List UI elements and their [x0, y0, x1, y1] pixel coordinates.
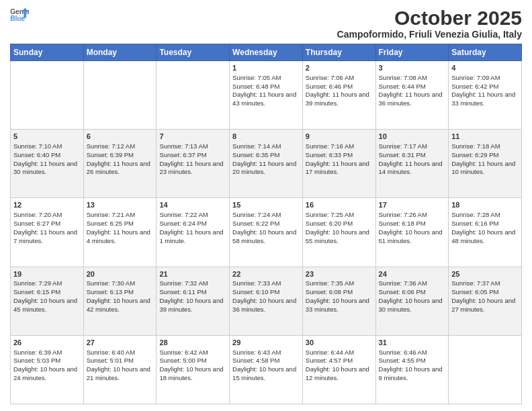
header: General Blue October 2025 Campoformido, … [10, 7, 522, 40]
sunrise-text: Sunrise: 7:06 AM [306, 74, 354, 81]
sunset-text: Sunset: 6:24 PM [159, 220, 206, 227]
day-header-thursday: Thursday [302, 44, 375, 61]
day-header-saturday: Saturday [449, 44, 522, 61]
sunset-text: Sunset: 6:27 PM [13, 220, 60, 227]
daylight-text: Daylight: 10 hours and 51 minutes. [379, 228, 443, 244]
day-number: 19 [13, 269, 81, 279]
day-header-tuesday: Tuesday [157, 44, 230, 61]
sunset-text: Sunset: 6:20 PM [306, 220, 353, 227]
daylight-text: Daylight: 10 hours and 48 minutes. [451, 228, 515, 244]
sunset-text: Sunset: 4:57 PM [306, 357, 353, 364]
calendar-cell: 21Sunrise: 7:32 AMSunset: 6:11 PMDayligh… [157, 267, 230, 335]
calendar-week-row: 1Sunrise: 7:05 AMSunset: 6:48 PMDaylight… [11, 61, 522, 130]
calendar-cell [449, 335, 522, 404]
sunrise-text: Sunrise: 7:13 AM [159, 142, 208, 150]
sunset-text: Sunset: 5:03 PM [13, 357, 60, 364]
sunset-text: Sunset: 6:40 PM [13, 151, 60, 158]
sunrise-text: Sunrise: 7:24 AM [232, 211, 281, 218]
day-number: 26 [13, 338, 81, 348]
daylight-text: Daylight: 11 hours and 33 minutes. [451, 91, 515, 107]
day-number: 28 [159, 338, 226, 348]
sunrise-text: Sunrise: 7:12 AM [87, 142, 135, 150]
calendar-cell: 29Sunrise: 6:43 AMSunset: 4:58 PMDayligh… [230, 335, 303, 404]
calendar-week-row: 12Sunrise: 7:20 AMSunset: 6:27 PMDayligh… [11, 198, 522, 267]
day-number: 22 [232, 269, 300, 279]
day-number: 6 [87, 132, 154, 142]
calendar-cell: 15Sunrise: 7:24 AMSunset: 6:22 PMDayligh… [230, 198, 303, 267]
calendar-cell: 5Sunrise: 7:10 AMSunset: 6:40 PMDaylight… [11, 130, 84, 198]
calendar-cell: 7Sunrise: 7:13 AMSunset: 6:37 PMDaylight… [157, 130, 230, 198]
daylight-text: Daylight: 10 hours and 30 minutes. [379, 297, 443, 313]
location-title: Campoformido, Friuli Venezia Giulia, Ita… [337, 29, 522, 40]
calendar-cell: 1Sunrise: 7:05 AMSunset: 6:48 PMDaylight… [230, 61, 303, 130]
sunrise-text: Sunrise: 7:37 AM [451, 279, 500, 287]
daylight-text: Daylight: 10 hours and 9 minutes. [379, 365, 443, 381]
day-number: 13 [87, 200, 154, 210]
day-number: 4 [451, 63, 519, 73]
sunrise-text: Sunrise: 7:33 AM [232, 279, 281, 287]
daylight-text: Daylight: 11 hours and 10 minutes. [451, 160, 515, 176]
day-number: 16 [306, 200, 373, 210]
sunset-text: Sunset: 6:25 PM [87, 220, 134, 227]
sunset-text: Sunset: 6:44 PM [379, 83, 426, 90]
calendar-table: SundayMondayTuesdayWednesdayThursdayFrid… [10, 44, 522, 404]
sunset-text: Sunset: 6:05 PM [451, 288, 498, 295]
calendar-cell: 8Sunrise: 7:14 AMSunset: 6:35 PMDaylight… [230, 130, 303, 198]
sunrise-text: Sunrise: 7:17 AM [379, 142, 427, 150]
daylight-text: Daylight: 10 hours and 15 minutes. [232, 365, 296, 381]
sunrise-text: Sunrise: 7:28 AM [451, 211, 500, 218]
daylight-text: Daylight: 10 hours and 33 minutes. [306, 297, 369, 313]
calendar-cell: 27Sunrise: 6:40 AMSunset: 5:01 PMDayligh… [83, 335, 157, 404]
day-number: 2 [306, 63, 373, 73]
sunrise-text: Sunrise: 7:14 AM [232, 142, 281, 150]
calendar-cell: 23Sunrise: 7:35 AMSunset: 6:08 PMDayligh… [302, 267, 375, 335]
title-block: October 2025 Campoformido, Friuli Venezi… [337, 7, 522, 40]
day-number: 29 [232, 338, 300, 348]
sunset-text: Sunset: 6:46 PM [306, 83, 353, 90]
day-number: 21 [159, 269, 226, 279]
calendar-cell: 30Sunrise: 6:44 AMSunset: 4:57 PMDayligh… [302, 335, 375, 404]
day-number: 17 [379, 200, 446, 210]
sunset-text: Sunset: 6:15 PM [13, 288, 60, 295]
day-number: 5 [13, 132, 81, 142]
daylight-text: Daylight: 10 hours and 55 minutes. [306, 228, 369, 244]
daylight-text: Daylight: 10 hours and 45 minutes. [13, 297, 77, 313]
calendar-cell: 31Sunrise: 6:46 AMSunset: 4:55 PMDayligh… [375, 335, 449, 404]
calendar-cell: 19Sunrise: 7:29 AMSunset: 6:15 PMDayligh… [11, 267, 84, 335]
day-header-monday: Monday [83, 44, 157, 61]
daylight-text: Daylight: 11 hours and 30 minutes. [13, 160, 77, 176]
logo-icon: General Blue [10, 7, 29, 23]
sunset-text: Sunset: 5:01 PM [87, 357, 134, 364]
daylight-text: Daylight: 10 hours and 12 minutes. [306, 365, 369, 381]
daylight-text: Daylight: 11 hours and 23 minutes. [159, 160, 223, 176]
sunset-text: Sunset: 6:22 PM [232, 220, 279, 227]
day-header-sunday: Sunday [11, 44, 84, 61]
calendar-cell: 12Sunrise: 7:20 AMSunset: 6:27 PMDayligh… [11, 198, 84, 267]
day-number: 10 [379, 132, 446, 142]
sunset-text: Sunset: 6:31 PM [379, 151, 426, 158]
sunrise-text: Sunrise: 7:20 AM [13, 211, 62, 218]
day-number: 15 [232, 200, 300, 210]
calendar-cell: 11Sunrise: 7:18 AMSunset: 6:29 PMDayligh… [449, 130, 522, 198]
sunrise-text: Sunrise: 7:36 AM [379, 279, 427, 287]
daylight-text: Daylight: 11 hours and 39 minutes. [306, 91, 369, 107]
sunset-text: Sunset: 6:29 PM [451, 151, 498, 158]
day-number: 18 [451, 200, 519, 210]
daylight-text: Daylight: 10 hours and 42 minutes. [87, 297, 150, 313]
sunset-text: Sunset: 6:48 PM [232, 83, 279, 90]
svg-text:Blue: Blue [10, 15, 25, 22]
sunset-text: Sunset: 6:13 PM [87, 288, 134, 295]
calendar-cell: 10Sunrise: 7:17 AMSunset: 6:31 PMDayligh… [375, 130, 449, 198]
day-number: 7 [159, 132, 226, 142]
day-number: 25 [451, 269, 519, 279]
sunset-text: Sunset: 6:39 PM [87, 151, 134, 158]
sunset-text: Sunset: 6:06 PM [379, 288, 426, 295]
day-number: 12 [13, 200, 81, 210]
day-header-friday: Friday [375, 44, 449, 61]
day-number: 3 [379, 63, 446, 73]
calendar-cell: 2Sunrise: 7:06 AMSunset: 6:46 PMDaylight… [302, 61, 375, 130]
sunrise-text: Sunrise: 7:18 AM [451, 142, 500, 150]
sunset-text: Sunset: 6:18 PM [379, 220, 426, 227]
calendar-cell: 18Sunrise: 7:28 AMSunset: 6:16 PMDayligh… [449, 198, 522, 267]
day-number: 23 [306, 269, 373, 279]
